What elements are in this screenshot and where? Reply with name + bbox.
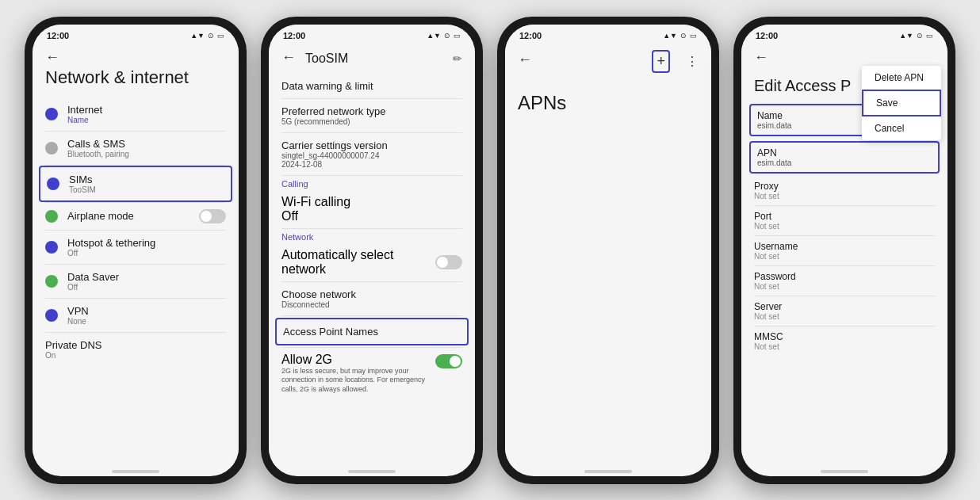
screen4-header: ← Delete APN Save Cancel — [741, 44, 947, 74]
setting-sims[interactable]: SIMs TooSIM — [39, 166, 232, 202]
label-airplane: Airplane mode — [67, 210, 134, 222]
battery-icon-4: ▭ — [926, 32, 933, 40]
row-apn[interactable]: Access Point Names — [275, 318, 469, 345]
cancel-button[interactable]: Cancel — [862, 116, 941, 140]
setting-airplane[interactable]: Airplane mode — [33, 203, 239, 230]
username-field[interactable]: Username Not set — [741, 236, 947, 265]
desc-allow2g: 2G is less secure, but may improve your … — [281, 367, 435, 395]
toggle-auto-select[interactable] — [435, 255, 462, 269]
proxy-field[interactable]: Proxy Not set — [741, 176, 947, 205]
row-allow2g[interactable]: Allow 2G 2G is less secure, but may impr… — [269, 348, 475, 399]
text-datasaver: Data Saver Off — [67, 271, 119, 292]
label-dns: Private DNS — [45, 339, 102, 351]
more-options-icon[interactable]: ⋮ — [686, 54, 699, 69]
edit-icon-2[interactable]: ✏ — [453, 52, 462, 65]
wifi-icon-4: ⊙ — [917, 32, 923, 40]
back-arrow-2[interactable]: ← — [281, 50, 296, 64]
sublabel-hotspot: Off — [67, 249, 155, 258]
status-icons-2: ▲▼ ⊙ ▭ — [427, 32, 461, 40]
screen4-content: ← Delete APN Save Cancel Edit Access P N… — [741, 44, 947, 467]
setting-internet[interactable]: Internet Name — [33, 97, 239, 131]
status-bar-3: 12:00 ▲▼ ⊙ ▭ — [505, 25, 711, 44]
screen1-header: ← Network & internet — [33, 44, 239, 97]
time-1: 12:00 — [47, 31, 69, 40]
username-value: Not set — [754, 252, 935, 261]
label-hotspot: Hotspot & tethering — [67, 237, 155, 249]
label-sims: SIMs — [69, 174, 96, 185]
status-bar-1: 12:00 ▲▼ ⊙ ▭ — [33, 25, 239, 44]
dot-hotspot — [45, 241, 58, 254]
password-field[interactable]: Password Not set — [741, 266, 947, 296]
context-menu: Delete APN Save Cancel — [862, 66, 941, 140]
signal-icon: ▲▼ — [190, 32, 205, 40]
apn-field-value: esim.data — [757, 158, 932, 167]
phone-4: 12:00 ▲▼ ⊙ ▭ ← Delete APN Save Cancel Ed… — [733, 17, 955, 484]
wifi-icon-2: ⊙ — [444, 32, 450, 40]
port-label: Port — [754, 211, 935, 222]
proxy-value: Not set — [754, 192, 935, 200]
row-carrier[interactable]: Carrier settings version singtel_sg-4400… — [269, 133, 475, 175]
screen3-content: ← + ⋮ APNs — [505, 44, 711, 467]
dot-datasaver — [45, 275, 58, 288]
server-field[interactable]: Server Not set — [741, 296, 947, 326]
text-airplane: Airplane mode — [67, 210, 134, 222]
delete-apn-button[interactable]: Delete APN — [862, 66, 941, 90]
signal-icon-4: ▲▼ — [899, 32, 913, 40]
text-dns: Private DNS On — [45, 339, 102, 360]
setting-calls[interactable]: Calls & SMS Bluetooth, pairing — [33, 132, 239, 165]
sublabel-internet: Name — [67, 116, 102, 124]
back-arrow-4[interactable]: ← — [754, 50, 768, 64]
text-sims: SIMs TooSIM — [69, 174, 96, 194]
row-wifi-calling[interactable]: Wi-Fi calling Off — [269, 190, 475, 228]
label-choose-network: Choose network — [281, 288, 462, 300]
label-auto-select: Automatically select network — [281, 248, 435, 277]
value-carrier: singtel_sg-44000000007.24 2024-12-08 — [281, 151, 462, 169]
label-data-warning: Data warning & limit — [281, 80, 462, 92]
sublabel-sims: TooSIM — [69, 185, 96, 194]
back-arrow-3[interactable]: ← — [518, 52, 532, 67]
setting-hotspot[interactable]: Hotspot & tethering Off — [33, 231, 239, 264]
home-bar-1 — [112, 470, 159, 473]
phone-2: 12:00 ▲▼ ⊙ ▭ ← TooSIM ✏ Data warning & l… — [261, 17, 483, 484]
battery-icon: ▭ — [217, 32, 224, 40]
mmsc-label: MMSC — [754, 331, 935, 342]
value-choose-network: Disconnected — [281, 300, 462, 309]
home-bar-4 — [821, 470, 868, 473]
setting-vpn[interactable]: VPN None — [33, 299, 239, 332]
screen3-header: ← + ⋮ — [505, 44, 711, 79]
setting-dns[interactable]: Private DNS On — [33, 333, 239, 366]
toggle-airplane[interactable] — [199, 209, 226, 223]
dot-sims — [47, 177, 59, 190]
apns-title: APNs — [505, 79, 711, 120]
status-icons-3: ▲▼ ⊙ ▭ — [663, 32, 697, 40]
wifi-icon-3: ⊙ — [680, 32, 687, 40]
section-calling: Calling — [269, 176, 475, 190]
texts-wifi-calling: Wi-Fi calling Off — [281, 195, 462, 223]
toggle-allow2g[interactable] — [435, 354, 462, 368]
text-hotspot: Hotspot & tethering Off — [67, 237, 155, 258]
add-apn-button[interactable]: + — [652, 50, 670, 73]
row-auto-select[interactable]: Automatically select network — [269, 243, 475, 281]
proxy-label: Proxy — [754, 181, 935, 192]
save-apn-button[interactable]: Save — [862, 90, 941, 116]
row-network-type[interactable]: Preferred network type 5G (recommended) — [269, 99, 475, 132]
apn-field[interactable]: APN esim.data — [749, 141, 940, 174]
label-allow2g: Allow 2G — [281, 353, 435, 367]
screen1-content: ← Network & internet Internet Name Calls… — [33, 44, 239, 467]
text-calls: Calls & SMS Bluetooth, pairing — [67, 138, 129, 158]
row-choose-network[interactable]: Choose network Disconnected — [269, 282, 475, 315]
status-bar-2: 12:00 ▲▼ ⊙ ▭ — [269, 25, 475, 44]
password-value: Not set — [754, 282, 935, 291]
screen2-header: ← TooSIM ✏ — [269, 44, 475, 74]
back-arrow-1[interactable]: ← — [45, 50, 226, 64]
battery-icon-2: ▭ — [454, 32, 461, 40]
port-field[interactable]: Port Not set — [741, 206, 947, 235]
server-value: Not set — [754, 312, 935, 321]
label-wifi-calling: Wi-Fi calling — [281, 195, 462, 209]
dot-airplane — [45, 210, 58, 223]
setting-datasaver[interactable]: Data Saver Off — [33, 265, 239, 298]
mmsc-field[interactable]: MMSC Not set — [741, 326, 947, 356]
text-internet: Internet Name — [67, 104, 102, 124]
row-data-warning[interactable]: Data warning & limit — [269, 74, 475, 98]
section-network: Network — [269, 229, 475, 243]
